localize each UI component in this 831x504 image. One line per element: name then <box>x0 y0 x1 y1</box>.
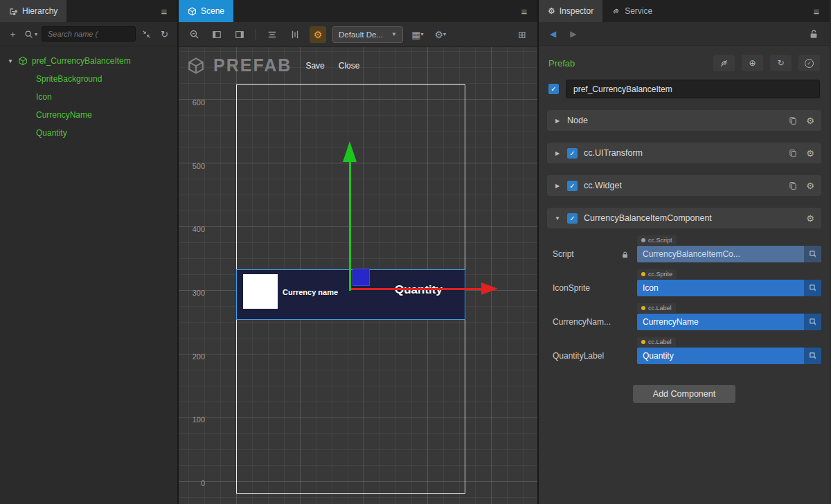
section-component[interactable]: ▼ ✓ CurrencyBalanceItemComponent ⚙ <box>547 208 821 228</box>
section-widget-label: cc.Widget <box>584 181 622 190</box>
hierarchy-search-input[interactable] <box>42 26 136 42</box>
collapsed-caret-icon[interactable]: ▶ <box>554 183 561 189</box>
revert-prefab-button[interactable]: ↻ <box>770 55 792 71</box>
currency-name-preview[interactable]: Currency name <box>283 288 338 296</box>
script-reference-field[interactable]: CurrencyBalanceItemCo... <box>637 246 821 262</box>
gizmo-xy-plane-handle[interactable] <box>352 269 370 286</box>
view-layout-dropdown[interactable]: ▦▾ <box>409 26 426 43</box>
add-node-button[interactable]: + <box>6 26 20 42</box>
docs-icon[interactable] <box>789 181 797 190</box>
docs-icon[interactable] <box>789 149 797 158</box>
docs-icon[interactable] <box>789 116 797 125</box>
sprite-background-preview[interactable] <box>243 274 278 309</box>
align-vertical-icon <box>290 30 300 39</box>
widget-enabled-checkbox[interactable]: ✓ <box>567 181 578 191</box>
scene-tab-label: Scene <box>201 6 224 16</box>
nav-back-button[interactable]: ◀ <box>550 29 556 39</box>
zoom-tool-button[interactable] <box>186 26 202 43</box>
scene-toolbar: ⚙ Default De... ▼ ▦▾ ⚙▾ ⊞ <box>179 22 537 47</box>
caret-down-icon: ▾ <box>35 31 37 37</box>
gizmo-settings-gear-icon[interactable]: ⚙ <box>310 26 326 43</box>
refresh-button[interactable]: ↻ <box>157 26 172 42</box>
currencyname-reference-field[interactable]: CurrencyName <box>637 314 821 330</box>
gear-icon[interactable]: ⚙ <box>806 213 814 224</box>
align-horizontal-button[interactable] <box>264 26 280 43</box>
prefab-actions: ⊕ ↻ ✓ <box>713 55 820 71</box>
tree-node-root[interactable]: ▼ pref_CurrencyBalanceItem <box>0 52 177 70</box>
inspector-panel: ⚙ Inspector Service ≡ ◀ ▶ Prefab ⊕ <box>539 0 830 504</box>
property-script: Script cc.Script CurrencyBalanceItemCo..… <box>547 235 821 262</box>
grid-toggle-button[interactable]: ⊞ <box>514 26 530 43</box>
prefab-cube-icon <box>18 56 28 66</box>
tree-node-spritebackground[interactable]: SpriteBackground <box>0 70 177 88</box>
scene-menu-icon[interactable]: ≡ <box>511 0 537 22</box>
tree-node-quantity[interactable]: Quantity <box>0 124 177 142</box>
toolbar-separator <box>256 29 256 40</box>
gizmo-x-axis[interactable] <box>351 288 483 290</box>
gear-icon[interactable]: ⚙ <box>806 181 814 191</box>
ruler-label: 0 <box>184 479 205 487</box>
add-component-button[interactable]: Add Component <box>633 385 735 403</box>
search-filter-button[interactable]: ▾ <box>24 26 38 42</box>
gear-icon[interactable]: ⚙ <box>806 116 814 126</box>
align-vertical-button[interactable] <box>287 26 303 43</box>
tab-service[interactable]: Service <box>602 0 661 22</box>
type-dot-icon <box>641 238 645 242</box>
tab-inspector[interactable]: ⚙ Inspector <box>539 0 602 22</box>
prefab-close-button[interactable]: Close <box>339 61 360 71</box>
collapse-icon <box>142 30 151 39</box>
gizmo-y-arrowhead-icon[interactable] <box>343 141 357 162</box>
expanded-caret-icon[interactable]: ▼ <box>554 215 561 222</box>
collapsed-caret-icon[interactable]: ▶ <box>554 118 561 124</box>
unlock-icon[interactable] <box>809 29 819 39</box>
asset-picker-icon[interactable] <box>804 246 821 262</box>
quantity-preview[interactable]: Quantity <box>395 283 443 297</box>
service-tab-label: Service <box>625 6 652 16</box>
unlink-prefab-button[interactable] <box>713 55 735 71</box>
frame-all-button[interactable] <box>231 26 248 43</box>
section-uitransform[interactable]: ▶ ✓ cc.UITransform ⚙ <box>547 143 821 163</box>
render-mode-dropdown[interactable]: Default De... ▼ <box>332 26 403 43</box>
component-enabled-checkbox[interactable]: ✓ <box>567 213 578 224</box>
node-active-checkbox[interactable]: ✓ <box>548 84 559 94</box>
property-label: CurrencyNam... <box>553 317 611 327</box>
locate-asset-button[interactable]: ⊕ <box>742 55 763 71</box>
iconsprite-reference-field[interactable]: Icon <box>637 280 821 296</box>
tree-node-icon[interactable]: Icon <box>0 88 177 106</box>
ruler-label: 300 <box>184 289 205 297</box>
tab-scene[interactable]: Scene <box>179 0 233 22</box>
node-picker-icon[interactable] <box>804 348 821 364</box>
align-horizontal-icon <box>267 30 277 39</box>
section-node[interactable]: ▶ Node ⚙ <box>547 110 821 131</box>
tab-hierarchy[interactable]: Hierarchy <box>0 0 66 22</box>
scene-settings-dropdown[interactable]: ⚙▾ <box>432 26 449 43</box>
scene-cube-icon <box>188 7 197 16</box>
nav-forward-button[interactable]: ▶ <box>570 29 576 39</box>
scene-viewport[interactable]: 600 500 400 300 200 100 0 Currency name … <box>179 47 537 504</box>
collapse-all-button[interactable] <box>139 26 154 42</box>
tree-node-currencyname[interactable]: CurrencyName <box>0 106 177 124</box>
gizmo-x-arrowhead-icon[interactable] <box>481 282 498 295</box>
node-picker-icon[interactable] <box>804 314 821 330</box>
prefab-save-button[interactable]: Save <box>305 61 324 71</box>
hierarchy-menu-icon[interactable]: ≡ <box>151 0 177 22</box>
node-name-input[interactable] <box>566 80 820 98</box>
expand-caret-icon[interactable]: ▼ <box>7 58 14 64</box>
node-picker-icon[interactable] <box>804 280 821 296</box>
inspector-menu-icon[interactable]: ≡ <box>803 0 830 22</box>
uitransform-enabled-checkbox[interactable]: ✓ <box>567 148 578 159</box>
tree-node-label: CurrencyName <box>36 110 92 120</box>
gear-icon[interactable]: ⚙ <box>806 148 814 159</box>
scene-tabbar: Scene ≡ <box>179 0 537 22</box>
tree-node-label: Icon <box>36 92 52 102</box>
hierarchy-panel: Hierarchy ≡ + ▾ ↻ ▼ pref_CurrencyBalance… <box>0 0 179 504</box>
section-widget[interactable]: ▶ ✓ cc.Widget ⚙ <box>547 175 821 196</box>
frame-selection-button[interactable] <box>208 26 225 43</box>
gizmo-y-axis[interactable] <box>349 161 351 291</box>
quantitylabel-reference-field[interactable]: Quantity <box>637 348 821 364</box>
property-currencyname: CurrencyNam... cc.Label CurrencyName <box>547 303 821 330</box>
collapsed-caret-icon[interactable]: ▶ <box>554 150 561 156</box>
apply-prefab-button[interactable]: ✓ <box>798 55 820 71</box>
property-label: Script <box>553 249 574 259</box>
search-icon <box>24 30 33 39</box>
